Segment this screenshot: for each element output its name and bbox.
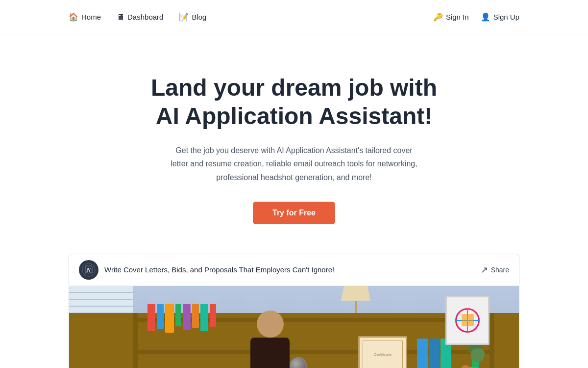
signup-icon: 👤 bbox=[481, 12, 490, 22]
share-icon: ↗ bbox=[481, 264, 488, 275]
dashboard-icon: 🖥 bbox=[117, 13, 124, 22]
nav-dashboard-label: Dashboard bbox=[127, 13, 163, 21]
video-logo-svg: N bbox=[82, 263, 96, 277]
nav-signin-label: Sign In bbox=[446, 13, 469, 21]
nav-blog-label: Blog bbox=[192, 13, 206, 21]
share-label: Share bbox=[491, 266, 509, 274]
nav-signup[interactable]: 👤 Sign Up bbox=[481, 12, 519, 22]
nav-home-label: Home bbox=[81, 13, 101, 21]
navbar: 🏠 Home 🖥 Dashboard 📝 Blog 🔑 Sign In 👤 Si… bbox=[0, 0, 588, 34]
nav-home[interactable]: 🏠 Home bbox=[69, 12, 101, 22]
hero-section: Land your dream job with AI Application … bbox=[0, 34, 588, 254]
signin-icon: 🔑 bbox=[433, 12, 443, 22]
video-title: Write Cover Letters, Bids, and Proposals… bbox=[104, 265, 334, 274]
blog-icon: 📝 bbox=[179, 12, 189, 22]
nav-blog[interactable]: 📝 Blog bbox=[179, 12, 206, 22]
video-thumbnail[interactable]: Certificate bbox=[69, 286, 519, 368]
try-free-button[interactable]: Try for Free bbox=[253, 202, 335, 224]
nav-dashboard[interactable]: 🖥 Dashboard bbox=[117, 13, 163, 22]
office-scene-illustration: Certificate bbox=[69, 286, 519, 368]
nav-signin[interactable]: 🔑 Sign In bbox=[433, 12, 469, 22]
right-frame-decoration bbox=[445, 296, 490, 345]
nav-left: 🏠 Home 🖥 Dashboard 📝 Blog bbox=[69, 12, 206, 22]
video-share-button[interactable]: ↗ Share bbox=[481, 264, 509, 275]
video-logo: N bbox=[79, 260, 98, 280]
home-icon: 🏠 bbox=[69, 12, 78, 22]
hero-title: Land your dream job with AI Application … bbox=[147, 74, 441, 130]
video-header: N Write Cover Letters, Bids, and Proposa… bbox=[69, 254, 519, 286]
certificate-frame: Certificate bbox=[358, 336, 407, 368]
person-silhouette bbox=[250, 311, 290, 368]
hero-subtitle: Get the job you deserve with AI Applicat… bbox=[167, 144, 421, 184]
nav-right: 🔑 Sign In 👤 Sign Up bbox=[433, 12, 519, 22]
nav-signup-label: Sign Up bbox=[493, 13, 519, 21]
video-section: N Write Cover Letters, Bids, and Proposa… bbox=[69, 254, 519, 368]
book-row-top bbox=[147, 304, 216, 333]
video-header-left: N Write Cover Letters, Bids, and Proposa… bbox=[79, 260, 334, 280]
